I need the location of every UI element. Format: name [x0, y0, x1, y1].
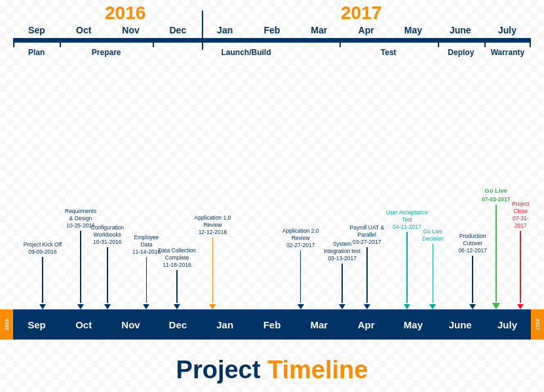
- milestone-kickoff-line: [42, 257, 43, 303]
- milestone-empdata-arrow: [143, 304, 149, 309]
- footer-title: Project Timeline: [0, 356, 544, 384]
- milestone-projectclose-arrow: [517, 304, 524, 309]
- milestone-projectclose-line: [520, 231, 521, 303]
- milestone-projectclose-label: Project Close07-31-2017: [510, 201, 531, 229]
- year-2017: 2017: [341, 3, 381, 24]
- milestone-area: Project Kick Off09-09-2016 Requirments& …: [13, 71, 531, 309]
- bottom-months-bar: Sep Oct Nov Dec Jan Feb Mar Apr May June…: [13, 309, 531, 340]
- milestone-app20: Application 2.0Review02-27-2017: [282, 227, 319, 309]
- milestone-app10: Application 1.0Review12-12-2016: [195, 214, 231, 309]
- milestone-payrolluat-arrow: [364, 304, 370, 309]
- milestone-kickoff-label: Project Kick Off09-09-2016: [24, 241, 62, 256]
- top-month-feb: Feb: [248, 25, 296, 35]
- milestone-datacollection-line: [176, 270, 178, 303]
- phase-test: Test: [340, 48, 438, 57]
- milestone-golive-decision-label: Go LiveDecision: [422, 228, 444, 243]
- milestone-golive-arrow: [492, 303, 500, 309]
- footer-project: Project: [176, 356, 261, 383]
- year-2016-left: 2016: [0, 309, 13, 340]
- top-month-jan: Jan: [201, 25, 248, 35]
- milestone-golive-decision-arrow: [429, 304, 436, 309]
- top-month-may: May: [390, 25, 437, 35]
- milestone-configworkbooks-label: ConfigurationWorkbooks10-31-2016: [91, 224, 125, 246]
- milestone-app20-line: [300, 250, 301, 303]
- milestone-payrolluat: Payroll UAT &Parallel03-27-2017: [350, 224, 385, 309]
- year-2016-left-label: 2016: [4, 319, 10, 330]
- milestone-uat-line: [406, 232, 408, 303]
- milestone-configworkbooks: ConfigurationWorkbooks10-31-2016: [91, 224, 125, 309]
- bottom-month-apr: Apr: [343, 319, 390, 330]
- top-timeline-area: Sep Oct Nov Dec Jan Feb Mar Apr May June…: [13, 25, 531, 62]
- top-month-june: June: [437, 25, 484, 35]
- milestone-sit-arrow: [339, 304, 345, 309]
- phase-plan: Plan: [13, 48, 60, 57]
- top-timeline-bar: [13, 38, 531, 43]
- milestone-configworkbooks-arrow: [104, 304, 111, 309]
- top-month-dec: Dec: [154, 25, 201, 35]
- top-month-oct: Oct: [60, 25, 107, 35]
- milestone-empdata-label: EmployeeData11-14-2016: [132, 234, 161, 256]
- milestone-kickoff: Project Kick Off09-09-2016: [24, 241, 62, 309]
- milestone-datacollection-arrow: [174, 304, 180, 309]
- year-2016: 2016: [105, 3, 146, 24]
- top-month-apr: Apr: [343, 25, 390, 35]
- milestone-empdata-line: [146, 257, 147, 303]
- bottom-month-feb: Feb: [248, 319, 296, 330]
- year-2017-right-label: 2017: [535, 319, 541, 330]
- milestone-projectclose: Project Close07-31-2017: [510, 201, 531, 309]
- milestone-empdata: EmployeeData11-14-2016: [132, 234, 161, 309]
- bottom-month-sep: Sep: [13, 319, 60, 330]
- top-month-labels: Sep Oct Nov Dec Jan Feb Mar Apr May June…: [13, 25, 531, 35]
- bottom-month-jan: Jan: [201, 319, 248, 330]
- bottom-bar: 2016 Sep Oct Nov Dec Jan Feb Mar Apr May…: [0, 309, 544, 340]
- milestone-requirements-line: [80, 231, 81, 303]
- phase-launch: Launch/Build: [153, 48, 339, 57]
- phase-deploy: Deploy: [438, 48, 484, 57]
- top-month-mar: Mar: [296, 25, 343, 35]
- milestone-app10-arrow: [209, 304, 216, 309]
- milestone-cutover-arrow: [469, 304, 476, 309]
- milestone-sit-line: [341, 264, 343, 303]
- milestone-kickoff-arrow: [39, 304, 46, 309]
- year-2017-right: 2017: [531, 309, 544, 340]
- bottom-month-dec: Dec: [154, 319, 201, 330]
- milestone-golive: Go Live07-03-2017: [482, 187, 510, 309]
- milestone-app20-label: Application 2.0Review02-27-2017: [282, 227, 319, 249]
- bottom-month-june: June: [437, 319, 484, 330]
- milestone-golive-decision-line: [433, 244, 434, 303]
- milestone-golive-decision: Go LiveDecision: [422, 228, 444, 309]
- milestone-requirements-arrow: [77, 304, 84, 309]
- bottom-month-may: May: [390, 319, 437, 330]
- bottom-month-mar: Mar: [296, 319, 343, 330]
- milestone-datacollection-label: Data CollectionComplete11-18-2016: [158, 247, 196, 269]
- milestone-cutover-line: [472, 256, 473, 303]
- footer-timeline-word: Timeline: [267, 356, 368, 383]
- milestone-golive-line: [495, 205, 497, 302]
- phase-warranty: Warranty: [484, 48, 531, 57]
- top-month-july: July: [484, 25, 531, 35]
- milestone-payrolluat-label: Payroll UAT &Parallel03-27-2017: [350, 224, 385, 246]
- milestone-uat-arrow: [404, 304, 410, 309]
- bottom-month-oct: Oct: [60, 319, 107, 330]
- milestone-datacollection: Data CollectionComplete11-18-2016: [158, 247, 196, 309]
- milestone-payrolluat-line: [366, 247, 368, 303]
- milestone-configworkbooks-line: [107, 247, 108, 303]
- milestone-golive-label: Go Live07-03-2017: [482, 187, 510, 203]
- bottom-month-nov: Nov: [107, 319, 155, 330]
- top-month-sep: Sep: [13, 25, 60, 35]
- bottom-month-july: July: [484, 319, 531, 330]
- milestone-app20-arrow: [298, 304, 304, 309]
- phase-labels: Plan Prepare Launch/Build Test Deploy Wa…: [13, 48, 531, 62]
- milestone-app10-label: Application 1.0Review12-12-2016: [195, 214, 231, 236]
- top-month-nov: Nov: [107, 25, 155, 35]
- phase-prepare: Prepare: [60, 48, 153, 57]
- milestone-app10-line: [212, 237, 214, 303]
- main-container: 2016 2017 Sep Oct Nov Dec Jan Feb Mar Ap…: [0, 0, 544, 392]
